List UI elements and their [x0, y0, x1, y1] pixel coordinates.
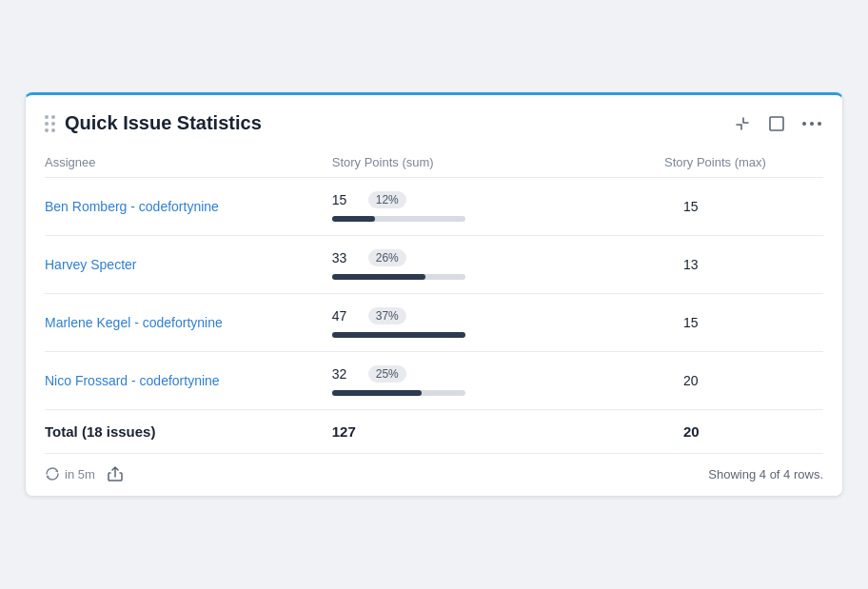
table-row: Marlene Kegel - codefortynine4737%15 [45, 294, 823, 352]
story-points-sum-cell: 4737% [323, 294, 664, 352]
bar-fill [332, 274, 425, 280]
sum-value: 32 [332, 366, 359, 382]
total-max: 20 [664, 410, 823, 454]
footer-rows-info: Showing 4 of 4 rows. [708, 467, 823, 481]
bar-fill [332, 216, 375, 222]
bar-fill [332, 390, 423, 396]
progress-bar [332, 216, 465, 222]
sum-value: 47 [332, 308, 359, 324]
progress-bar [332, 274, 465, 280]
footer-left: in 5m [45, 465, 124, 482]
assignee-link[interactable]: Harvey Specter [45, 257, 136, 272]
refresh-icon [45, 466, 60, 481]
table-container: Assignee Story Points (sum) Story Points… [26, 147, 842, 454]
svg-rect-0 [770, 117, 783, 130]
story-points-max-cell: 13 [664, 236, 823, 294]
card-header: Quick Issue Statistics [26, 95, 842, 147]
refresh-label: in 5m [65, 467, 95, 481]
collapse-button[interactable] [732, 113, 753, 134]
story-points-sum-cell: 3225% [323, 352, 664, 410]
card-footer: in 5m Showing 4 of 4 rows. [26, 454, 842, 496]
expand-button[interactable] [766, 113, 787, 134]
assignee-link[interactable]: Nico Frossard - codefortynine [45, 373, 220, 388]
svg-point-3 [818, 122, 821, 126]
table-row: Ben Romberg - codefortynine1512%15 [45, 178, 823, 236]
col-header-assignee: Assignee [45, 147, 323, 178]
total-row: Total (18 issues)12720 [45, 410, 823, 454]
story-points-max-cell: 15 [664, 294, 823, 352]
assignee-link[interactable]: Marlene Kegel - codefortynine [45, 315, 223, 330]
sum-value: 15 [332, 192, 359, 207]
progress-bar [332, 332, 465, 338]
assignee-link[interactable]: Ben Romberg - codefortynine [45, 199, 219, 214]
percent-badge: 12% [368, 191, 406, 208]
table-row: Harvey Specter3326%13 [45, 236, 823, 294]
share-button[interactable] [107, 465, 124, 482]
svg-point-1 [802, 122, 806, 126]
percent-badge: 37% [368, 307, 406, 324]
col-header-sum: Story Points (sum) [323, 147, 664, 178]
statistics-table: Assignee Story Points (sum) Story Points… [45, 147, 823, 454]
total-label: Total (18 issues) [45, 410, 323, 454]
more-options-button[interactable] [800, 119, 823, 128]
col-header-max: Story Points (max) [664, 147, 823, 178]
story-points-sum-cell: 3326% [323, 236, 664, 294]
total-sum: 127 [323, 410, 664, 454]
table-row: Nico Frossard - codefortynine3225%20 [45, 352, 823, 410]
refresh-info: in 5m [45, 466, 95, 481]
header-left: Quick Issue Statistics [45, 112, 262, 134]
card-title: Quick Issue Statistics [65, 112, 262, 134]
story-points-max-cell: 15 [664, 178, 823, 236]
svg-point-2 [810, 122, 814, 126]
drag-handle[interactable] [45, 115, 55, 132]
story-points-max-cell: 20 [664, 352, 823, 410]
story-points-sum-cell: 1512% [323, 178, 664, 236]
progress-bar [332, 390, 465, 396]
bar-fill [332, 332, 465, 338]
percent-badge: 26% [368, 249, 406, 266]
quick-issue-statistics-card: Quick Issue Statistics [25, 92, 843, 497]
header-actions [732, 113, 823, 134]
percent-badge: 25% [368, 365, 406, 383]
sum-value: 33 [332, 250, 359, 265]
